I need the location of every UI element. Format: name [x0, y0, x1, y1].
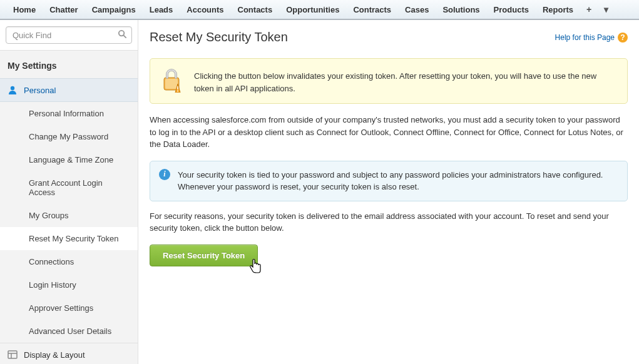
- sidebar-item-my-groups[interactable]: My Groups: [0, 204, 138, 227]
- nav-tab-contacts[interactable]: Contacts: [231, 0, 280, 19]
- person-icon: [8, 85, 18, 95]
- reset-security-token-button[interactable]: Reset Security Token: [150, 245, 258, 266]
- sidebar-item-connections[interactable]: Connections: [0, 250, 138, 273]
- svg-rect-3: [8, 351, 17, 358]
- page-title: Reset My Security Token: [150, 30, 288, 44]
- sidebar-heading: My Settings: [0, 51, 138, 78]
- nav-tab-reports[interactable]: Reports: [536, 0, 580, 19]
- instruction-paragraph: For security reasons, your security toke…: [150, 210, 628, 235]
- sidebar-item-personal-information[interactable]: Personal Information: [0, 102, 138, 125]
- sidebar-item-approver-settings[interactable]: Approver Settings: [0, 296, 138, 320]
- nav-tab-accounts[interactable]: Accounts: [180, 0, 230, 19]
- nav-tab-chatter[interactable]: Chatter: [43, 0, 85, 19]
- sidebar-item-language-timezone[interactable]: Language & Time Zone: [0, 148, 138, 171]
- nav-tab-contracts[interactable]: Contracts: [346, 0, 398, 19]
- main-content: Reset My Security Token Help for this Pa…: [138, 20, 639, 364]
- top-nav: Home Chatter Campaigns Leads Accounts Co…: [0, 0, 639, 20]
- warning-text: Clicking the button below invalidates yo…: [194, 68, 617, 94]
- layout-icon: [8, 350, 18, 360]
- more-tabs-icon[interactable]: ▾: [598, 0, 615, 19]
- sidebar-item-advanced-user-details[interactable]: Advanced User Details: [0, 320, 138, 343]
- warning-box: Clicking the button below invalidates yo…: [150, 58, 628, 104]
- help-question-icon: ?: [618, 33, 628, 43]
- nav-tab-campaigns[interactable]: Campaigns: [85, 0, 143, 19]
- help-link-label: Help for this Page: [555, 33, 615, 42]
- lock-warning-icon: [160, 68, 183, 94]
- sidebar-category-display-layout[interactable]: Display & Layout: [0, 343, 138, 364]
- sidebar-category-label: Personal: [24, 86, 56, 95]
- sidebar-category-label: Display & Layout: [24, 350, 85, 360]
- sidebar-subitems: Personal Information Change My Password …: [0, 102, 138, 343]
- svg-point-10: [177, 91, 178, 92]
- svg-point-2: [11, 86, 14, 90]
- nav-tab-cases[interactable]: Cases: [398, 0, 436, 19]
- sidebar: My Settings Personal Personal Informatio…: [0, 20, 138, 364]
- nav-tab-leads[interactable]: Leads: [143, 0, 180, 19]
- nav-tab-products[interactable]: Products: [487, 0, 536, 19]
- intro-paragraph: When accessing salesforce.com from outsi…: [150, 114, 628, 151]
- nav-tab-solutions[interactable]: Solutions: [436, 0, 486, 19]
- info-icon: i: [159, 169, 170, 180]
- svg-rect-7: [165, 79, 178, 89]
- quick-find-search: [6, 26, 132, 44]
- info-box: i Your security token is tied to your pa…: [150, 161, 628, 201]
- sidebar-item-grant-login-access[interactable]: Grant Account Login Access: [0, 171, 138, 204]
- quick-find-input[interactable]: [6, 26, 132, 44]
- info-text: Your security token is tied to your pass…: [178, 169, 618, 193]
- sidebar-item-change-password[interactable]: Change My Password: [0, 125, 138, 148]
- help-link[interactable]: Help for this Page ?: [555, 33, 628, 43]
- sidebar-item-login-history[interactable]: Login History: [0, 273, 138, 296]
- add-tab-icon[interactable]: +: [580, 0, 598, 19]
- sidebar-item-reset-security-token[interactable]: Reset My Security Token: [0, 227, 138, 250]
- nav-tab-home[interactable]: Home: [6, 0, 43, 19]
- nav-tab-opportunities[interactable]: Opportunities: [279, 0, 346, 19]
- sidebar-category-personal[interactable]: Personal: [0, 78, 138, 102]
